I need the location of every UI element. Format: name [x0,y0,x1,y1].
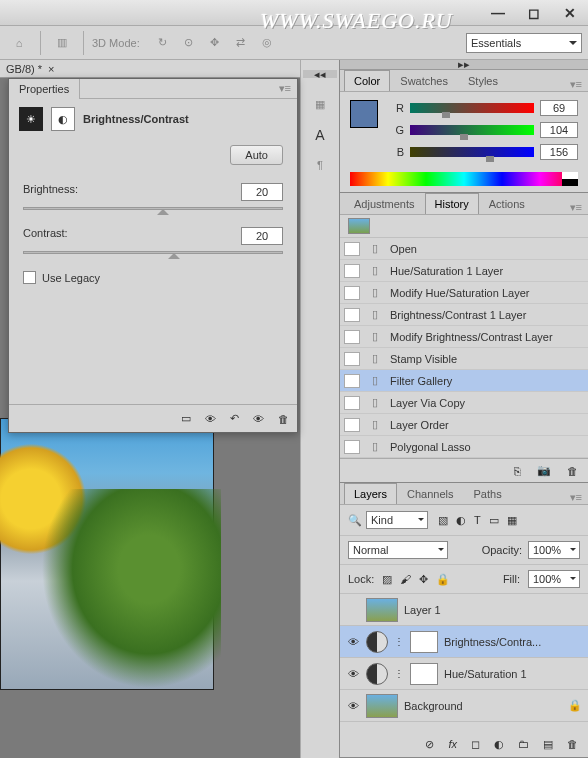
maximize-button[interactable]: ◻ [524,5,544,21]
filter-kind-select[interactable]: Kind [366,511,428,529]
trash-icon[interactable]: 🗑 [278,413,289,425]
layer-row[interactable]: 👁⋮Hue/Saturation 1 [340,658,588,690]
brightness-slider[interactable] [23,203,283,217]
history-row[interactable]: ▯Hue/Saturation 1 Layer [340,260,588,282]
history-snapshot[interactable] [340,215,588,238]
filter-smart-icon[interactable]: ▦ [507,514,517,527]
link-layers-icon[interactable]: ⊘ [425,738,434,751]
layer-name[interactable]: Brightness/Contra... [444,636,541,648]
pan-icon[interactable]: ✥ [206,34,224,52]
history-row[interactable]: ▯Modify Brightness/Contrast Layer [340,326,588,348]
tab-layers[interactable]: Layers [344,483,397,504]
g-input[interactable] [540,122,578,138]
tab-adjustments[interactable]: Adjustments [344,193,425,214]
properties-tab[interactable]: Properties [9,79,80,99]
document-tab[interactable]: GB/8) *× [0,60,300,78]
filter-pixel-icon[interactable]: ▧ [438,514,448,527]
layer-trash-icon[interactable]: 🗑 [567,738,578,750]
visibility-icon[interactable]: 👁 [346,636,360,648]
history-row[interactable]: ▯Layer Order [340,414,588,436]
canvas[interactable] [0,418,214,690]
zoom-icon[interactable]: ◎ [258,34,276,52]
contrast-slider[interactable] [23,247,283,261]
snapshot-icon[interactable]: 📷 [537,464,551,477]
history-row[interactable]: ▯Brightness/Contrast 1 Layer [340,304,588,326]
new-layer-icon[interactable]: ▤ [543,738,553,751]
toggle-visibility-icon[interactable]: 👁 [253,413,264,425]
visibility-icon[interactable]: 👁 [346,700,360,712]
close-icon[interactable]: × [48,63,54,75]
roll-icon[interactable]: ⊙ [180,34,198,52]
history-row[interactable]: ▯Filter Gallery [340,370,588,392]
tab-channels[interactable]: Channels [397,483,463,504]
mask-icon[interactable]: ◐ [51,107,75,131]
layer-row[interactable]: 👁Background🔒 [340,690,588,722]
tab-swatches[interactable]: Swatches [390,70,458,91]
layer-fx-icon[interactable]: fx [448,738,457,750]
mask-thumb[interactable] [410,663,438,685]
minimize-button[interactable]: — [488,5,508,21]
history-row[interactable]: ▯Open [340,238,588,260]
lock-all-icon[interactable]: 🔒 [436,573,450,586]
layer-row[interactable]: Layer 1 [340,594,588,626]
brightness-input[interactable] [241,183,283,201]
foreground-swatch[interactable] [350,100,378,128]
lock-pixels-icon[interactable]: 🖌 [400,573,411,585]
new-adjustment-icon[interactable]: ◐ [494,738,504,751]
clip-icon[interactable]: ▭ [181,412,191,425]
visibility-icon[interactable]: 👁 [346,668,360,680]
slide-icon[interactable]: ⇄ [232,34,250,52]
lock-position-icon[interactable]: ✥ [419,573,428,586]
tab-styles[interactable]: Styles [458,70,508,91]
paragraph-icon[interactable]: ¶ [317,159,323,171]
new-group-icon[interactable]: 🗀 [518,738,529,750]
opacity-input[interactable]: 100% [528,541,580,559]
filter-shape-icon[interactable]: ▭ [489,514,499,527]
reset-icon[interactable]: ↶ [230,412,239,425]
close-button[interactable]: ✕ [560,5,580,21]
b-input[interactable] [540,144,578,160]
legacy-checkbox[interactable] [23,271,36,284]
tab-actions[interactable]: Actions [479,193,535,214]
contrast-input[interactable] [241,227,283,245]
layer-name[interactable]: Hue/Saturation 1 [444,668,527,680]
expand-dock-icon[interactable]: ◂◂ [303,70,337,78]
workspace-select[interactable]: Essentials [466,33,582,53]
history-trash-icon[interactable]: 🗑 [567,465,578,477]
auto-button[interactable]: Auto [230,145,283,165]
blend-mode-select[interactable]: Normal [348,541,448,559]
panel-icon-1[interactable]: ▦ [315,98,325,111]
view-previous-icon[interactable]: 👁 [205,413,216,425]
history-row[interactable]: ▯Stamp Visible [340,348,588,370]
tab-color[interactable]: Color [344,70,390,91]
character-icon[interactable]: A [315,127,324,143]
r-slider[interactable] [410,103,534,113]
layer-mask-icon[interactable]: ◻ [471,738,480,751]
history-row[interactable]: ▯Polygonal Lasso [340,436,588,458]
filter-type-icon[interactable]: T [474,514,481,527]
history-menu-icon[interactable]: ▾≡ [564,201,588,214]
g-slider[interactable] [410,125,534,135]
fill-input[interactable]: 100% [528,570,580,588]
new-doc-from-state-icon[interactable]: ⎘ [514,465,521,477]
orbit-icon[interactable]: ↻ [154,34,172,52]
layer-row[interactable]: 👁⋮Brightness/Contra... [340,626,588,658]
lock-transparent-icon[interactable]: ▨ [382,573,392,586]
b-slider[interactable] [410,147,534,157]
home-icon[interactable]: ⌂ [10,34,28,52]
tab-paths[interactable]: Paths [464,483,512,504]
color-spectrum[interactable] [350,172,578,186]
panels-icon[interactable]: ▥ [53,34,71,52]
mask-thumb[interactable] [410,631,438,653]
collapse-dock-icon[interactable]: ▸▸ [340,60,588,70]
filter-adjust-icon[interactable]: ◐ [456,514,466,527]
color-menu-icon[interactable]: ▾≡ [564,78,588,91]
r-input[interactable] [540,100,578,116]
tab-history[interactable]: History [425,193,479,214]
layers-menu-icon[interactable]: ▾≡ [564,491,588,504]
layer-name[interactable]: Layer 1 [404,604,441,616]
panel-menu-icon[interactable]: ▾≡ [273,82,297,95]
layer-name[interactable]: Background [404,700,463,712]
history-row[interactable]: ▯Layer Via Copy [340,392,588,414]
history-row[interactable]: ▯Modify Hue/Saturation Layer [340,282,588,304]
